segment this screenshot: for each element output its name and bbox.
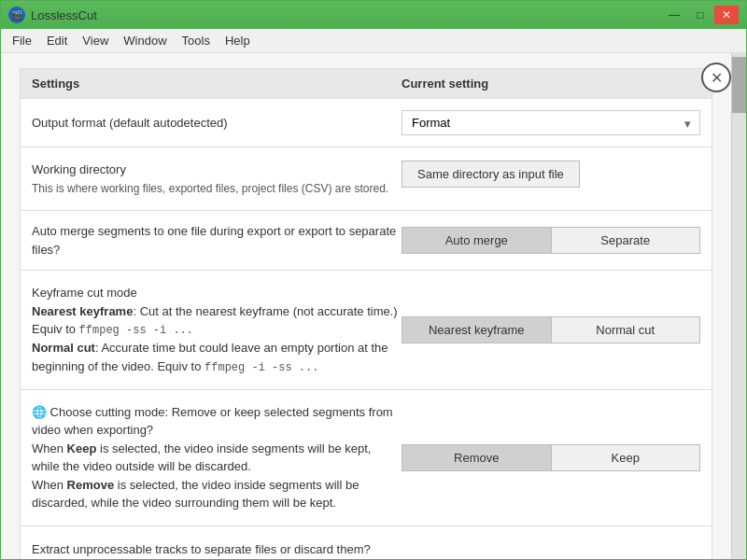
menu-edit[interactable]: Edit (39, 31, 75, 50)
normal-cut-button[interactable]: Normal cut (551, 316, 701, 343)
settings-header: Settings Current setting (20, 68, 712, 99)
scrollbar[interactable] (731, 53, 746, 559)
cutting-mode-title: 🌐 Choose cutting mode: Remove or keep se… (32, 405, 393, 438)
same-directory-button[interactable]: Same directory as input file (402, 161, 580, 188)
remove-keep-label: 🌐 Choose cutting mode: Remove or keep se… (32, 403, 402, 512)
remove-keep-control: Remove Keep (402, 444, 700, 471)
settings-panel: ✕ Settings Current setting Output format… (1, 53, 731, 559)
menu-window[interactable]: Window (116, 31, 174, 50)
settings-close-button[interactable]: ✕ (701, 63, 731, 92)
menu-view[interactable]: View (75, 31, 116, 50)
nearest-keyframe-label: Nearest keyframe: Cut at the nearest key… (32, 304, 398, 337)
format-dropdown[interactable]: Format (402, 110, 700, 135)
scrollbar-thumb[interactable] (732, 57, 746, 113)
auto-merge-row: Auto merge segments to one file during e… (20, 211, 712, 271)
title-bar: 🎬 LosslessCut — □ ✕ (1, 1, 746, 29)
separate-button[interactable]: Separate (551, 227, 701, 254)
main-window: 🎬 LosslessCut — □ ✕ File Edit View Windo… (0, 0, 747, 560)
working-directory-label: Working directory This is where working … (32, 161, 402, 197)
keyframe-cut-button-group: Nearest keyframe Normal cut (402, 316, 700, 343)
menu-bar: File Edit View Window Tools Help (1, 29, 746, 53)
auto-merge-button[interactable]: Auto merge (402, 227, 551, 254)
output-format-row: Output format (default autodetected) For… (20, 99, 712, 147)
minimize-button[interactable]: — (662, 6, 686, 24)
keyframe-cut-control: Nearest keyframe Normal cut (402, 316, 700, 343)
extract-tracks-row: Extract unprocessable tracks to separate… (20, 526, 712, 560)
keyframe-cut-title: Keyframe cut mode (32, 286, 137, 300)
current-setting-col-header: Current setting (402, 77, 700, 91)
title-controls: — □ ✕ (662, 6, 739, 24)
window-title: LosslessCut (31, 8, 97, 22)
working-directory-desc: This is where working files, exported fi… (32, 182, 388, 195)
content-area: ✕ Settings Current setting Output format… (1, 53, 746, 559)
keep-description: When Keep is selected, the video inside … (32, 441, 371, 474)
settings-col-header: Settings (32, 77, 402, 91)
menu-help[interactable]: Help (218, 31, 258, 50)
remove-button[interactable]: Remove (402, 444, 551, 471)
keep-button[interactable]: Keep (551, 444, 701, 471)
menu-tools[interactable]: Tools (175, 31, 218, 50)
working-directory-control: Same directory as input file (402, 161, 700, 188)
auto-merge-button-group: Auto merge Separate (402, 227, 700, 254)
app-icon: 🎬 (8, 7, 25, 23)
normal-cut-label: Normal cut: Accurate time but could leav… (32, 341, 388, 373)
auto-merge-label: Auto merge segments to one file during e… (32, 222, 402, 259)
extract-tracks-label: Extract unprocessable tracks to separate… (32, 540, 402, 559)
output-format-label: Output format (default autodetected) (32, 114, 402, 133)
auto-merge-control: Auto merge Separate (402, 227, 700, 254)
format-dropdown-wrapper: Format (402, 110, 700, 135)
keyframe-cut-label: Keyframe cut mode Nearest keyframe: Cut … (32, 284, 402, 376)
title-bar-left: 🎬 LosslessCut (8, 7, 97, 23)
restore-button[interactable]: □ (688, 6, 712, 24)
keyframe-cut-row: Keyframe cut mode Nearest keyframe: Cut … (20, 271, 712, 390)
menu-file[interactable]: File (5, 31, 39, 50)
working-directory-title: Working directory (32, 162, 126, 176)
working-directory-row: Working directory This is where working … (20, 147, 712, 211)
remove-keep-row: 🌐 Choose cutting mode: Remove or keep se… (20, 390, 712, 526)
remove-description: When Remove is selected, the video insid… (32, 478, 359, 511)
nearest-keyframe-button[interactable]: Nearest keyframe (402, 316, 551, 343)
remove-keep-button-group: Remove Keep (402, 444, 700, 471)
output-format-control: Format (402, 110, 700, 135)
window-close-button[interactable]: ✕ (714, 6, 739, 24)
